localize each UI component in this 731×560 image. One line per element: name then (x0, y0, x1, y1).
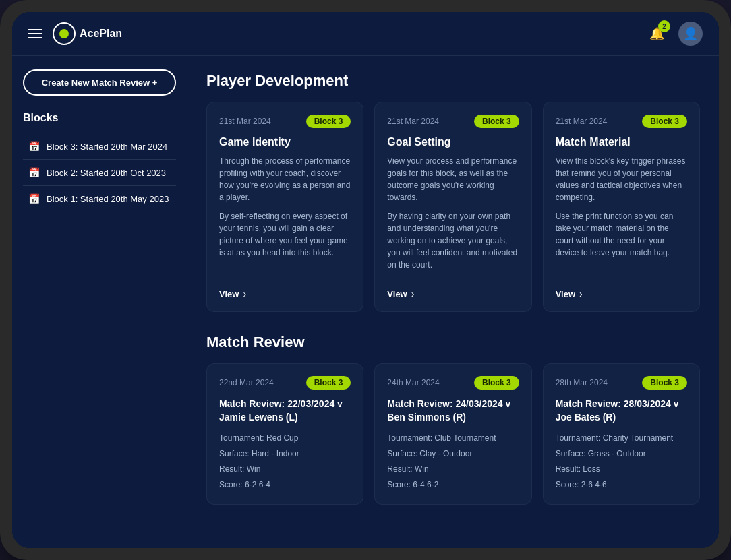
card-badge-1: Block 3 (306, 115, 351, 128)
sidebar-item-block3[interactable]: 📅 Block 3: Started 20th Mar 2024 (23, 133, 176, 160)
match-review-grid: 22nd Mar 2024 Block 3 Match Review: 22/0… (206, 363, 700, 505)
view-link-2[interactable]: View (387, 289, 407, 299)
card-footer-1: View › (219, 288, 351, 299)
match-review-title: Match Review (206, 334, 700, 351)
card-para-3b: Use the print function so you can take y… (556, 210, 687, 259)
match-result-3: Result: Loss (556, 462, 687, 477)
match-card-date-1: 22nd Mar 2024 (219, 378, 274, 387)
match-card-badge-2: Block 3 (474, 376, 519, 390)
view-arrow-1: › (243, 288, 246, 299)
header-right: 🔔 2 👤 (645, 22, 703, 46)
match-review-card-1: 22nd Mar 2024 Block 3 Match Review: 22/0… (206, 363, 363, 505)
match-card-date-2: 24th Mar 2024 (387, 378, 439, 387)
match-surface-3: Surface: Grass - Outdoor (556, 446, 687, 462)
main-layout: Create New Match Review + Blocks 📅 Block… (12, 56, 719, 548)
card-body-1: Through the process of performance profi… (219, 155, 351, 278)
match-score-2: Score: 6-4 6-2 (387, 477, 519, 493)
card-title-2: Goal Setting (387, 136, 519, 148)
card-para-1b: By self-reflecting on every aspect of yo… (219, 210, 351, 259)
card-title-1: Game Identity (219, 136, 351, 148)
match-card-header-2: 24th Mar 2024 Block 3 (387, 376, 519, 390)
match-card-body-1: Tournament: Red Cup Surface: Hard - Indo… (219, 431, 351, 492)
view-link-1[interactable]: View (219, 289, 239, 299)
view-link-3[interactable]: View (556, 289, 575, 299)
notification-badge: 2 (658, 20, 670, 32)
card-badge-2: Block 3 (474, 115, 519, 128)
goal-setting-card: 21st Mar 2024 Block 3 Goal Setting View … (374, 102, 531, 312)
card-para-2b: By having clarity on your own path and u… (387, 210, 519, 271)
match-surface-1: Surface: Hard - Indoor (219, 446, 351, 462)
match-surface-2: Surface: Clay - Outdoor (387, 446, 519, 462)
tablet-frame: AcePlan 🔔 2 👤 Create New Match Review + (0, 0, 731, 560)
card-title-3: Match Material (556, 136, 687, 148)
card-header-1: 21st Mar 2024 Block 3 (219, 115, 351, 128)
block3-label: Block 3: Started 20th Mar 2024 (47, 142, 167, 152)
match-card-title-1: Match Review: 22/03/2024 v Jamie Lewens … (219, 398, 351, 424)
match-score-1: Score: 6-2 6-4 (219, 477, 351, 493)
calendar-icon-3: 📅 (28, 193, 40, 204)
block1-label: Block 1: Started 20th May 2023 (47, 194, 169, 204)
content-area: Player Development 21st Mar 2024 Block 3… (187, 56, 719, 548)
tablet-screen: AcePlan 🔔 2 👤 Create New Match Review + (12, 12, 719, 548)
player-development-grid: 21st Mar 2024 Block 3 Game Identity Thro… (206, 102, 700, 312)
view-arrow-3: › (579, 288, 583, 299)
card-date-3: 21st Mar 2024 (556, 117, 608, 126)
user-avatar[interactable]: 👤 (678, 22, 703, 46)
match-card-badge-1: Block 3 (306, 376, 351, 390)
blocks-heading: Blocks (23, 112, 176, 124)
match-tournament-1: Tournament: Red Cup (219, 431, 351, 446)
logo-icon (53, 22, 76, 45)
logo-ball (59, 29, 69, 38)
card-footer-3: View › (556, 288, 687, 299)
match-score-3: Score: 2-6 4-6 (556, 477, 687, 493)
match-card-date-3: 28th Mar 2024 (556, 378, 608, 387)
card-header-3: 21st Mar 2024 Block 3 (556, 115, 687, 128)
match-tournament-3: Tournament: Charity Tournament (556, 431, 687, 446)
match-card-header-1: 22nd Mar 2024 Block 3 (219, 376, 351, 390)
view-arrow-2: › (411, 288, 415, 299)
header: AcePlan 🔔 2 👤 (12, 12, 719, 56)
logo-text: AcePlan (80, 28, 122, 40)
match-review-card-2: 24th Mar 2024 Block 3 Match Review: 24/0… (374, 363, 531, 505)
card-body-2: View your process and performance goals … (387, 155, 519, 278)
match-card-header-3: 28th Mar 2024 Block 3 (556, 376, 687, 390)
match-card-badge-3: Block 3 (642, 376, 687, 390)
match-tournament-2: Tournament: Club Tournament (387, 431, 519, 446)
sidebar-item-block2[interactable]: 📅 Block 2: Started 20th Oct 2023 (23, 160, 176, 186)
card-badge-3: Block 3 (642, 115, 687, 128)
calendar-icon-1: 📅 (28, 141, 40, 152)
create-match-review-button[interactable]: Create New Match Review + (23, 69, 176, 96)
card-para-1a: Through the process of performance profi… (219, 155, 351, 204)
hamburger-menu[interactable] (28, 29, 42, 38)
card-date-2: 21st Mar 2024 (387, 117, 439, 126)
match-review-card-3: 28th Mar 2024 Block 3 Match Review: 28/0… (543, 363, 700, 505)
card-para-2a: View your process and performance goals … (387, 155, 519, 204)
card-para-3a: View this block's key trigger phrases th… (556, 155, 687, 204)
match-material-card: 21st Mar 2024 Block 3 Match Material Vie… (543, 102, 700, 312)
match-card-body-3: Tournament: Charity Tournament Surface: … (556, 431, 687, 492)
match-card-title-2: Match Review: 24/03/2024 v Ben Simmons (… (387, 398, 519, 424)
sidebar: Create New Match Review + Blocks 📅 Block… (12, 56, 187, 548)
match-result-1: Result: Win (219, 462, 351, 477)
logo: AcePlan (53, 22, 122, 45)
match-card-body-2: Tournament: Club Tournament Surface: Cla… (387, 431, 519, 492)
match-card-title-3: Match Review: 28/03/2024 v Joe Bates (R) (556, 398, 687, 424)
header-left: AcePlan (28, 22, 122, 45)
calendar-icon-2: 📅 (28, 167, 40, 178)
card-date-1: 21st Mar 2024 (219, 117, 271, 126)
match-result-2: Result: Win (387, 462, 519, 477)
player-development-title: Player Development (206, 72, 700, 90)
notification-button[interactable]: 🔔 2 (645, 22, 669, 46)
game-identity-card: 21st Mar 2024 Block 3 Game Identity Thro… (206, 102, 363, 312)
sidebar-item-block1[interactable]: 📅 Block 1: Started 20th May 2023 (23, 186, 176, 212)
card-footer-2: View › (387, 288, 519, 299)
card-body-3: View this block's key trigger phrases th… (556, 155, 687, 278)
avatar-icon: 👤 (683, 26, 698, 41)
card-header-2: 21st Mar 2024 Block 3 (387, 115, 519, 128)
block2-label: Block 2: Started 20th Oct 2023 (47, 168, 166, 178)
